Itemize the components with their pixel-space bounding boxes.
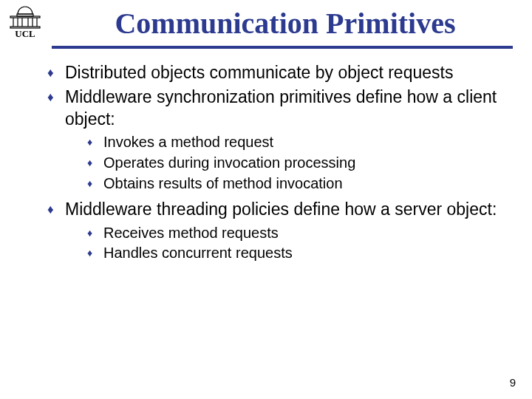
sub-bullet-item: Obtains results of method invocation [87, 174, 502, 194]
ucl-logo-icon: UCL [4, 4, 46, 40]
sub-bullet-list: Receives method requests Handles concurr… [65, 224, 502, 263]
sub-bullet-item: Handles concurrent requests [87, 244, 502, 263]
slide-title: Communication Primitives [46, 3, 525, 40]
svg-rect-7 [10, 16, 40, 18]
sub-bullet-list: Invokes a method request Operates during… [65, 133, 502, 193]
sub-bullet-text: Invokes a method request [103, 134, 273, 150]
sub-bullet-text: Receives method requests [103, 225, 279, 241]
bullet-text: Middleware synchronization primitives de… [65, 87, 497, 128]
bullet-item: Middleware threading policies define how… [47, 199, 502, 263]
slide: UCL Communication Primitives Distributed… [0, 0, 532, 399]
sub-bullet-item: Receives method requests [87, 224, 502, 243]
bullet-item: Distributed objects communicate by objec… [47, 62, 502, 83]
bullet-list: Distributed objects communicate by objec… [47, 62, 502, 263]
sub-bullet-item: Operates during invocation processing [87, 154, 502, 173]
slide-header: UCL Communication Primitives [0, 0, 532, 40]
page-number: 9 [510, 376, 516, 389]
sub-bullet-text: Operates during invocation processing [103, 154, 355, 171]
logo-text: UCL [15, 28, 35, 39]
bullet-text: Middleware threading policies define how… [65, 200, 497, 219]
title-wrap: Communication Primitives [46, 3, 525, 40]
sub-bullet-text: Handles concurrent requests [103, 245, 293, 261]
bullet-text: Distributed objects communicate by objec… [65, 63, 453, 82]
slide-body: Distributed objects communicate by objec… [0, 49, 532, 263]
sub-bullet-text: Obtains results of method invocation [103, 175, 343, 191]
bullet-item: Middleware synchronization primitives de… [47, 86, 502, 193]
sub-bullet-item: Invokes a method request [87, 133, 502, 152]
